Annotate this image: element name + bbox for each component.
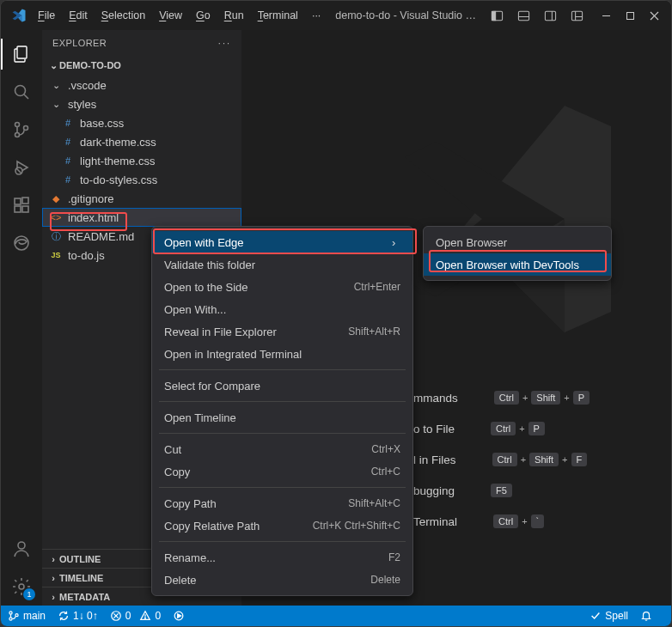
welcome-label: Terminal [413, 515, 474, 528]
status-sync[interactable]: 1↓ 0↑ [58, 610, 98, 622]
svg-rect-2 [518, 11, 528, 20]
menu-edit[interactable]: Edit [63, 6, 94, 25]
menu-bar: FFileile Edit Selection View Go Run Term… [32, 6, 327, 25]
maximize-button[interactable] [618, 3, 642, 27]
svg-point-30 [9, 618, 12, 620]
status-bar: main 1↓ 0↑ 0 0 Spell [1, 606, 671, 626]
menu-more[interactable]: ··· [306, 6, 327, 25]
status-bell-icon[interactable] [640, 610, 652, 622]
ctx-reveal-explorer[interactable]: Reveal in File ExplorerShift+Alt+R [152, 320, 412, 343]
sub-open-browser[interactable]: Open Browser [424, 231, 611, 253]
svg-point-16 [15, 123, 20, 127]
file-to-do-styles-css[interactable]: #to-do-styles.css [42, 170, 241, 189]
ctx-open-terminal[interactable]: Open in Integrated Terminal [152, 343, 412, 365]
separator [159, 369, 406, 370]
context-submenu: Open Browser Open Browser with DevTools [423, 226, 612, 281]
project-name: DEMO-TO-DO [59, 60, 121, 70]
svg-rect-22 [15, 198, 21, 204]
activity-settings[interactable]: 1 [1, 568, 42, 606]
folder-vscode[interactable]: ⌄.vscode [42, 76, 241, 94]
file-light-theme-css[interactable]: #light-theme.css [42, 151, 241, 170]
ctx-copy-rel-path[interactable]: Copy Relative PathCtrl+K Ctrl+Shift+C [152, 514, 412, 537]
menu-terminal[interactable]: Terminal [252, 6, 304, 25]
activity-scm[interactable] [1, 111, 42, 149]
ctx-delete[interactable]: DeleteDelete [152, 569, 412, 591]
minimize-button[interactable] [594, 3, 618, 27]
svg-point-17 [15, 133, 20, 137]
separator [159, 487, 406, 488]
file-gitignore[interactable]: ◆.gitignore [42, 189, 241, 208]
panel-left-icon[interactable] [485, 3, 509, 27]
ctx-open-with-edge[interactable]: Open with Edge› [152, 231, 412, 253]
kbd: Ctrl [493, 514, 518, 528]
activity-explorer[interactable] [1, 35, 42, 73]
ctx-open-side[interactable]: Open to the SideCtrl+Enter [152, 276, 412, 298]
welcome-label: mmands [413, 392, 475, 405]
svg-rect-10 [626, 12, 633, 19]
status-debug-start[interactable] [173, 610, 185, 622]
folder-styles[interactable]: ⌄styles [42, 94, 241, 113]
ctx-select-compare[interactable]: Select for Compare [152, 374, 412, 397]
context-menu: Open with Edge› Validate this folder Ope… [151, 226, 413, 596]
layout-icon[interactable] [565, 3, 589, 27]
svg-line-15 [24, 94, 28, 99]
explorer-title: EXPLORER [52, 38, 107, 48]
explorer-more-icon[interactable]: ··· [218, 38, 231, 48]
kbd: P [528, 422, 545, 435]
svg-point-28 [19, 584, 24, 589]
file-dark-theme-css[interactable]: #dark-theme.css [42, 132, 241, 151]
kbd: P [573, 391, 590, 405]
separator [159, 541, 406, 542]
activity-extensions[interactable] [1, 186, 42, 224]
file-index-html[interactable]: <>index.html [42, 208, 241, 227]
svg-rect-24 [22, 206, 28, 212]
ctx-copy[interactable]: CopyCtrl+C [152, 460, 412, 483]
kbd: Ctrl [492, 453, 517, 466]
settings-badge: 1 [23, 588, 35, 600]
svg-point-27 [18, 542, 25, 549]
close-button[interactable] [642, 3, 666, 27]
activity-account[interactable] [1, 530, 42, 568]
activity-bar: 1 [1, 30, 42, 606]
menu-file[interactable]: FFileile [32, 6, 61, 25]
svg-rect-13 [17, 46, 27, 58]
ctx-rename[interactable]: Rename...F2 [152, 546, 412, 569]
menu-view[interactable]: View [153, 6, 188, 25]
activity-edge[interactable] [1, 224, 42, 262]
kbd: Ctrl [491, 422, 516, 435]
svg-point-29 [9, 612, 12, 614]
project-header[interactable]: ⌄DEMO-TO-DO [42, 56, 241, 75]
menu-run[interactable]: Run [218, 6, 250, 25]
panel-right-icon[interactable] [538, 3, 562, 27]
sub-open-browser-devtools[interactable]: Open Browser with DevTools [424, 253, 611, 276]
welcome-label: o to File [413, 423, 472, 435]
file-base-css[interactable]: #base.css [42, 113, 241, 132]
svg-point-26 [15, 236, 28, 250]
svg-point-18 [24, 126, 28, 131]
svg-marker-38 [178, 614, 181, 618]
ctx-cut[interactable]: CutCtrl+X [152, 438, 412, 460]
status-problems[interactable]: 0 0 [110, 610, 161, 622]
activity-search[interactable] [1, 73, 42, 111]
panel-bottom-icon[interactable] [511, 3, 535, 27]
svg-rect-1 [492, 11, 495, 20]
kbd: Shift [531, 391, 560, 405]
svg-rect-6 [571, 11, 582, 20]
welcome-label: l in Files [413, 454, 473, 466]
ctx-validate-folder[interactable]: Validate this folder [152, 253, 412, 276]
vscode-watermark-icon [379, 90, 637, 348]
kbd: Ctrl [494, 391, 519, 405]
svg-rect-4 [545, 11, 555, 20]
window-title: demo-to-do - Visual Studio … [327, 9, 485, 21]
menu-selection[interactable]: Selection [95, 6, 151, 25]
activity-debug[interactable] [1, 149, 42, 186]
status-spell[interactable]: Spell [590, 610, 628, 622]
ctx-open-with[interactable]: Open With... [152, 298, 412, 320]
menu-go[interactable]: Go [190, 6, 217, 25]
ctx-copy-path[interactable]: Copy PathShift+Alt+C [152, 492, 412, 514]
welcome-label: bugging [413, 484, 472, 497]
ctx-open-timeline[interactable]: Open Timeline [152, 406, 412, 429]
status-branch[interactable]: main [8, 610, 46, 622]
separator [159, 433, 406, 434]
svg-rect-23 [15, 206, 21, 212]
